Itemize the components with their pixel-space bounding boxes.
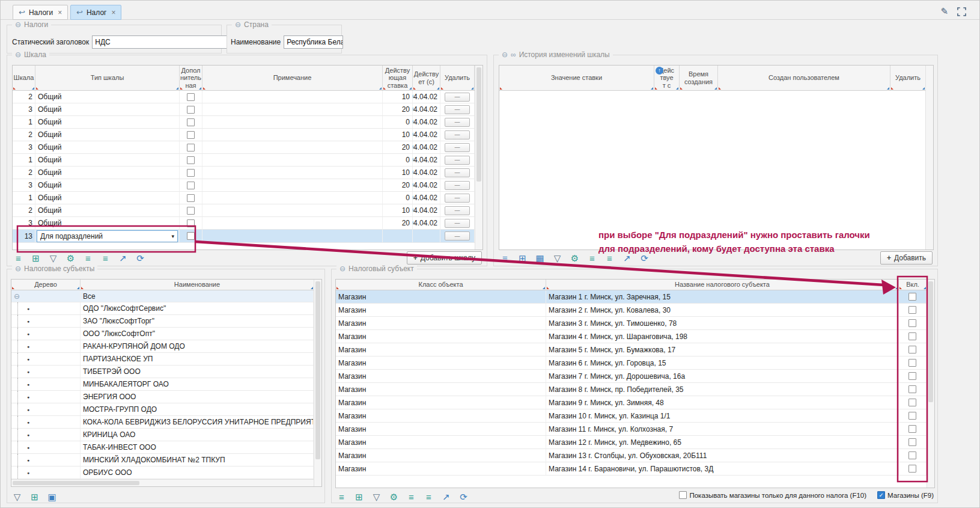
- horizontal-scrollbar[interactable]: [11, 479, 314, 486]
- row-list-icon[interactable]: ≡: [336, 492, 347, 501]
- refresh-icon[interactable]: ⟳: [458, 492, 469, 501]
- delete-row-button[interactable]: —: [445, 156, 470, 165]
- scrollbar-thumb[interactable]: [476, 67, 481, 182]
- include-checkbox[interactable]: [908, 412, 916, 420]
- include-checkbox[interactable]: [908, 372, 916, 380]
- tree-row[interactable]: ●ОДО "ЛюксСофтСервис": [11, 302, 314, 315]
- show-only-for-tax-option[interactable]: Показывать магазины только для данного н…: [679, 491, 866, 499]
- additional-checkbox[interactable]: [187, 93, 195, 101]
- col-active-rate[interactable]: Действу ющая ставка: [383, 66, 413, 90]
- vertical-scrollbar[interactable]: [314, 280, 321, 486]
- scale-row[interactable]: 3Общий2004.04.02—: [13, 103, 475, 116]
- subject-row[interactable]: МагазинМагазин 14 г. Барановичи, ул. Пар…: [336, 462, 927, 476]
- tree-row[interactable]: ●ООО "ЛюксСофтОпт": [11, 328, 314, 340]
- include-checkbox[interactable]: [908, 293, 916, 301]
- subject-row[interactable]: МагазинМагазин 6 г. Минск, ул. Горовца, …: [336, 357, 927, 370]
- col-active-from[interactable]: Действу ет (с): [413, 66, 440, 90]
- delete-row-button[interactable]: —: [445, 143, 470, 152]
- col-scale[interactable]: Шкала: [13, 66, 35, 90]
- export-icon[interactable]: ↗: [622, 254, 632, 263]
- shops-option[interactable]: ✓ Магазины (F9): [877, 491, 934, 499]
- include-checkbox[interactable]: [908, 465, 916, 473]
- vertical-scrollbar[interactable]: [925, 66, 933, 249]
- tab-taxes[interactable]: ↩ Налоги ×: [13, 5, 68, 20]
- scale-row[interactable]: 1Общий004.04.02—: [13, 192, 475, 204]
- scrollbar-thumb[interactable]: [13, 481, 139, 485]
- subject-row[interactable]: МагазинМагазин 10 г. Минск, ул. Казинца …: [336, 409, 927, 423]
- include-checkbox[interactable]: [908, 359, 916, 367]
- tree-row[interactable]: ●МОСТРА-ГРУПП ОДО: [11, 403, 314, 416]
- include-checkbox[interactable]: [908, 385, 916, 393]
- grid-icon[interactable]: ⊞: [354, 492, 364, 501]
- tree-row[interactable]: ●РАКАН-КРУПЯНОЙ ДОМ ОДО: [11, 340, 314, 353]
- subject-row[interactable]: МагазинМагазин 12 г. Минск, ул. Медвежин…: [336, 436, 927, 449]
- include-checkbox[interactable]: [908, 306, 916, 314]
- additional-checkbox[interactable]: [187, 131, 195, 139]
- include-checkbox[interactable]: [908, 399, 916, 406]
- row-list-icon[interactable]: ≡: [500, 254, 510, 263]
- scale-type-dropdown[interactable]: Для подраздлений ▾: [37, 230, 178, 242]
- delete-row-button[interactable]: —: [445, 130, 470, 139]
- subject-row[interactable]: МагазинМагазин 2 г. Минск, ул. Ковалева,…: [336, 304, 927, 317]
- tree-row[interactable]: ●ЭНЕРГИЯ ООО: [11, 391, 314, 403]
- include-checkbox[interactable]: [908, 425, 916, 433]
- additional-checkbox[interactable]: [187, 169, 195, 177]
- subject-row[interactable]: МагазинМагазин 5 г. Минск, ул. Бумажкова…: [336, 343, 927, 357]
- tree-row[interactable]: ●МИНБАКАЛЕЯТОРГ ОАО: [11, 378, 314, 391]
- collapse-icon[interactable]: ⊖: [15, 20, 21, 29]
- tree-row[interactable]: ●ПАРТИЗАНСКОЕ УП: [11, 353, 314, 366]
- col-rate-value[interactable]: Значение ставки: [499, 66, 654, 90]
- include-checkbox[interactable]: [908, 438, 916, 446]
- scale-row[interactable]: 2Общий1004.04.02—: [13, 167, 475, 179]
- numbered-list-icon[interactable]: ≡: [83, 254, 93, 263]
- subject-row[interactable]: МагазинМагазин 3 г. Минск, ул. Тимошенко…: [336, 317, 927, 330]
- col-created-time[interactable]: Время создания: [680, 66, 718, 90]
- delete-row-button[interactable]: —: [445, 231, 470, 240]
- col-subject-name[interactable]: Название налогового субъекта: [546, 280, 899, 290]
- col-additional[interactable]: Допол нитель ная: [180, 66, 202, 90]
- copy-icon[interactable]: ▣: [47, 492, 57, 501]
- scale-row[interactable]: 2Общий1004.04.02—: [13, 91, 475, 103]
- tree-row[interactable]: ●ТАБАК-ИНВЕСТ ООО: [11, 441, 314, 454]
- scrollbar-thumb[interactable]: [315, 281, 320, 459]
- delete-row-button[interactable]: —: [445, 219, 470, 228]
- tab-tax[interactable]: ↩ Налог ×: [70, 5, 121, 20]
- tree-row[interactable]: ●ОРБИУС ООО: [11, 467, 314, 479]
- tree-row[interactable]: ●ЗАО "ЛюксСофтТорг": [11, 315, 314, 328]
- collapse-icon[interactable]: ⊖: [15, 50, 21, 59]
- additional-checkbox[interactable]: [187, 156, 195, 164]
- col-active-from[interactable]: ↑ Дейс твуе т с: [654, 66, 680, 90]
- show-only-checkbox[interactable]: [679, 491, 687, 499]
- refresh-icon[interactable]: ⟳: [135, 254, 145, 263]
- additional-checkbox[interactable]: [187, 194, 195, 202]
- include-checkbox[interactable]: [908, 332, 916, 340]
- tree-row[interactable]: ●КРИНИЦА ОАО: [11, 429, 314, 441]
- collapse-icon[interactable]: ⊖: [14, 292, 20, 301]
- scale-row[interactable]: 3Общий2004.04.02—: [13, 141, 475, 154]
- scale-row[interactable]: 3Общий2004.04.02—: [13, 179, 475, 192]
- scale-selected-row[interactable]: 13 Для подраздлений ▾ —: [13, 230, 475, 243]
- col-scale-type[interactable]: Тип шкалы: [35, 66, 180, 90]
- add-history-button[interactable]: + Добавить: [880, 251, 933, 265]
- additional-checkbox[interactable]: [187, 182, 195, 189]
- vertical-scrollbar[interactable]: [927, 280, 934, 488]
- scale-row[interactable]: 1Общий004.04.02—: [13, 154, 475, 167]
- subject-row[interactable]: МагазинМагазин 13 г. Столбцы, ул. Обухов…: [336, 449, 927, 462]
- additional-checkbox[interactable]: [187, 207, 195, 215]
- scale-row[interactable]: 2Общий1004.04.02—: [13, 129, 475, 141]
- delete-row-button[interactable]: —: [445, 206, 470, 215]
- numbered-list-icon[interactable]: ≡: [587, 254, 597, 263]
- subject-row[interactable]: МагазинМагазин 7 г. Минск, ул. Дорошевич…: [336, 370, 927, 383]
- add-icon[interactable]: ⊞: [29, 492, 40, 501]
- col-delete[interactable]: Удалить: [440, 66, 475, 90]
- col-created-by[interactable]: Создан пользователем: [718, 66, 890, 90]
- tree-root-row[interactable]: ⊖ Все: [11, 290, 314, 302]
- subject-row[interactable]: МагазинМагазин 8 г. Минск, пр. Победител…: [336, 383, 927, 396]
- calendar-icon[interactable]: ▦: [535, 254, 545, 263]
- add-scale-button[interactable]: + Добавить шкалу: [407, 251, 482, 265]
- delete-row-button[interactable]: —: [445, 105, 470, 114]
- include-checkbox[interactable]: [908, 451, 916, 459]
- col-name[interactable]: Наименование: [81, 280, 314, 290]
- col-note[interactable]: Примечание: [202, 66, 383, 90]
- collapse-icon[interactable]: ⊖: [15, 265, 21, 273]
